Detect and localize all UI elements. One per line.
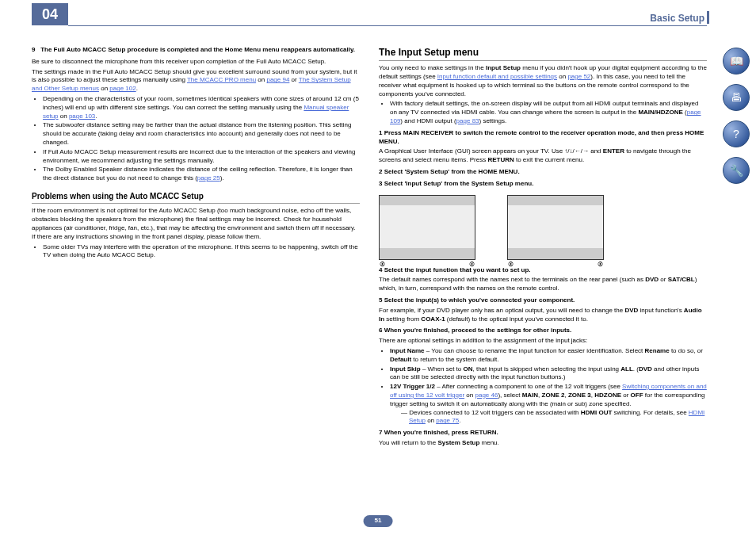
step-4: 4 Select the input function that you wan… [379,266,707,275]
body-text: You will return to the System Setup menu… [379,439,707,448]
step-3: 3 Select 'Input Setup' from the System S… [379,180,707,189]
right-column: The Input Setup menu You only need to ma… [379,46,707,510]
list-item: The Dolby Enabled Speaker distance indic… [43,166,360,183]
body-text: For example, if your DVD player only has… [379,307,707,324]
step-2: 2 Select 'System Setup' from the HOME ME… [379,168,707,177]
link-page-52[interactable]: page 52 [567,73,590,80]
link-page-75[interactable]: page 75 [436,417,459,424]
page-content: 9 The Full Auto MCACC Setup procedure is… [32,46,707,510]
list-item: Depending on the characteristics of your… [43,95,360,120]
link-page-25[interactable]: page 25 [197,174,220,182]
bullet-list: Depending on the characteristics of your… [32,95,360,183]
help-icon[interactable]: ? [723,120,750,147]
step-5: 5 Select the input(s) to which you've co… [379,296,707,305]
chapter-badge: 04 [32,3,68,25]
book-icon[interactable]: 📖 [723,48,750,75]
body-text: The settings made in the Full Auto MCACC… [32,68,360,94]
step-1: 1 Press MAIN RECEIVER to switch the remo… [379,129,707,147]
step-9-heading: 9 The Full Auto MCACC Setup procedure is… [32,46,360,55]
list-item: Some older TVs may interfere with the op… [43,243,360,261]
screenshot-row [379,195,707,260]
link-input-defaults[interactable]: Input function default and possible sett… [437,73,557,80]
list-item: 12V Trigger 1/2 – After connecting a com… [390,383,707,426]
tools-icon[interactable]: 🔧 [723,157,750,184]
left-column: 9 The Full Auto MCACC Setup procedure is… [32,46,360,510]
step-7: 7 When you're finished, press RETURN. [379,429,707,438]
subsection-heading: Problems when using the Auto MCACC Setup [32,191,360,204]
link-mcacc-pro[interactable]: The MCACC PRO menu [187,76,256,83]
ui-screenshot [379,195,475,260]
link-page-94[interactable]: page 94 [266,76,289,83]
nav-sidebar: 📖 🖶 ? 🔧 [723,48,750,184]
header-rule [68,25,707,26]
section-heading: The Input Setup menu [379,46,707,61]
list-item: The subwoofer distance setting may be fa… [43,121,360,147]
link-page-102[interactable]: page 102 [109,85,136,92]
list-item: Input Name – You can choose to rename th… [390,347,707,365]
bullet-list: Input Name – You can choose to rename th… [379,347,707,426]
body-text: If the room environment is not optimal f… [32,207,360,241]
body-text: You only need to make settings in the In… [379,64,707,98]
body-text: Be sure to disconnect the microphone fro… [32,58,360,67]
bullet-list: Some older TVs may interfere with the op… [32,243,360,261]
link-page-103[interactable]: page 103 [69,113,95,120]
link-page-46[interactable]: page 46 [475,392,498,399]
list-item: With factory default settings, the on-sc… [390,100,707,125]
printer-icon[interactable]: 🖶 [723,84,750,111]
section-title: Basic Setup [650,12,704,25]
page-number: 51 [364,515,393,527]
step-6: 6 When you're finished, proceed to the s… [379,327,707,335]
bullet-list: With factory default settings, the on-sc… [379,100,707,125]
body-text: A Graphical User Interface (GUI) screen … [379,147,707,165]
ui-screenshot [507,195,604,260]
body-text: The default names correspond with the na… [379,276,707,293]
sub-note: — Devices connected to 12 volt triggers … [401,409,707,426]
link-page-83[interactable]: page 83 [456,117,479,124]
list-item: If Full Auto MCACC Setup measurement res… [43,148,360,166]
body-text: There are optional settings in addition … [379,337,707,346]
list-item: Input Skip – When set to ON, that input … [390,365,707,383]
